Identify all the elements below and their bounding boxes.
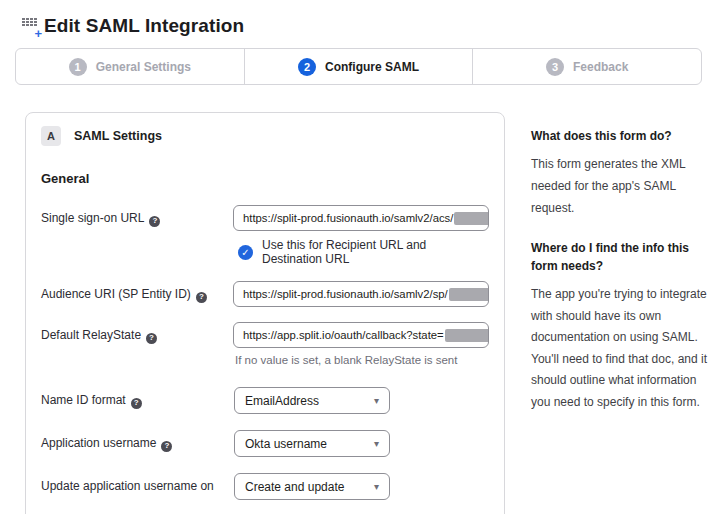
update-username-label-text: Update application username on <box>41 479 214 493</box>
page-title: Edit SAML Integration <box>44 15 244 37</box>
sso-url-control: https://split-prod.fusionauth.io/samlv2/… <box>233 205 489 266</box>
help-icon[interactable]: ? <box>131 398 142 409</box>
audience-uri-value: https://split-prod.fusionauth.io/samlv2/… <box>243 288 448 300</box>
audience-uri-control: https://split-prod.fusionauth.io/samlv2/… <box>233 281 489 307</box>
application-username-control: Okta username ▾ <box>234 430 489 457</box>
help-answer-1: This form generates the XML needed for t… <box>531 154 713 219</box>
relay-state-input[interactable]: https://app.split.io/oauth/callback?stat… <box>233 322 489 348</box>
step-2-label: Configure SAML <box>325 60 419 74</box>
wizard-stepper: 1 General Settings 2 Configure SAML 3 Fe… <box>15 48 702 85</box>
relay-state-row: Default RelayState? https://app.split.io… <box>41 322 489 366</box>
application-username-row: Application username? Okta username ▾ <box>41 430 489 457</box>
application-username-select[interactable]: Okta username ▾ <box>234 430 390 457</box>
section-title: SAML Settings <box>74 129 162 143</box>
help-question-2: Where do I find the info this form needs… <box>531 240 713 275</box>
help-answer-2: The app you're trying to integrate with … <box>531 284 713 414</box>
recipient-url-checkbox-label: Use this for Recipient URL and Destinati… <box>262 238 489 266</box>
plus-icon: + <box>34 27 42 40</box>
general-heading: General <box>41 171 489 186</box>
redacted-value <box>454 212 489 225</box>
name-id-format-select[interactable]: EmailAddress ▾ <box>234 387 390 414</box>
edit-saml-integration-page: + Edit SAML Integration 1 General Settin… <box>0 0 717 514</box>
help-icon[interactable]: ? <box>146 333 157 344</box>
name-id-format-label-text: Name ID format <box>41 393 126 407</box>
help-question-1: What does this form do? <box>531 128 713 145</box>
step-feedback[interactable]: 3 Feedback <box>472 49 701 84</box>
update-username-row: Update application username on Create an… <box>41 473 489 500</box>
chevron-down-icon: ▾ <box>374 481 379 492</box>
update-username-label: Update application username on <box>41 473 234 500</box>
step-configure-saml[interactable]: 2 Configure SAML <box>244 49 473 84</box>
relay-state-label-text: Default RelayState <box>41 328 141 342</box>
app-grid-icon: + <box>22 18 39 34</box>
recipient-url-checkbox-row: ✓ Use this for Recipient URL and Destina… <box>233 238 489 266</box>
relay-state-value: https://app.split.io/oauth/callback?stat… <box>243 329 444 341</box>
name-id-format-row: Name ID format? EmailAddress ▾ <box>41 387 489 414</box>
step-3-label: Feedback <box>573 60 628 74</box>
saml-settings-card: A SAML Settings General Single sign-on U… <box>25 112 505 514</box>
application-username-value: Okta username <box>245 437 327 451</box>
relay-state-control: https://app.split.io/oauth/callback?stat… <box>233 322 489 366</box>
main-content: A SAML Settings General Single sign-on U… <box>0 85 717 514</box>
name-id-format-value: EmailAddress <box>245 394 319 408</box>
step-2-circle: 2 <box>298 58 316 76</box>
audience-uri-input[interactable]: https://split-prod.fusionauth.io/samlv2/… <box>233 281 489 307</box>
sso-url-label-text: Single sign-on URL <box>41 211 144 225</box>
checkbox-checked-icon[interactable]: ✓ <box>238 245 253 260</box>
application-username-label: Application username? <box>41 430 234 457</box>
step-general-settings[interactable]: 1 General Settings <box>16 49 244 84</box>
grid-dots <box>22 18 39 26</box>
update-username-select[interactable]: Create and update ▾ <box>234 473 390 500</box>
relay-state-helper: If no value is set, a blank RelayState i… <box>233 354 489 366</box>
help-icon[interactable]: ? <box>149 216 160 227</box>
audience-uri-row: Audience URI (SP Entity ID)? https://spl… <box>41 281 489 307</box>
name-id-format-control: EmailAddress ▾ <box>234 387 489 414</box>
help-icon[interactable]: ? <box>196 292 207 303</box>
name-id-format-label: Name ID format? <box>41 387 234 414</box>
step-1-label: General Settings <box>96 60 191 74</box>
step-1-circle: 1 <box>69 58 87 76</box>
sso-url-value: https://split-prod.fusionauth.io/samlv2/… <box>243 212 453 224</box>
application-username-label-text: Application username <box>41 436 156 450</box>
section-badge: A <box>41 126 61 146</box>
audience-uri-label: Audience URI (SP Entity ID)? <box>41 281 233 307</box>
sso-url-row: Single sign-on URL? https://split-prod.f… <box>41 205 489 266</box>
sso-url-label: Single sign-on URL? <box>41 205 233 266</box>
relay-state-label: Default RelayState? <box>41 322 233 366</box>
help-icon[interactable]: ? <box>161 441 172 452</box>
help-panel: What does this form do? This form genera… <box>531 112 713 435</box>
update-username-value: Create and update <box>245 480 344 494</box>
page-header: + Edit SAML Integration <box>0 0 717 48</box>
chevron-down-icon: ▾ <box>374 395 379 406</box>
chevron-down-icon: ▾ <box>374 438 379 449</box>
update-username-control: Create and update ▾ <box>234 473 489 500</box>
redacted-value <box>449 288 489 301</box>
saml-settings-header: A SAML Settings <box>41 126 489 146</box>
sso-url-input[interactable]: https://split-prod.fusionauth.io/samlv2/… <box>233 205 489 231</box>
audience-uri-label-text: Audience URI (SP Entity ID) <box>41 287 191 301</box>
step-3-circle: 3 <box>546 58 564 76</box>
redacted-value <box>445 329 489 342</box>
